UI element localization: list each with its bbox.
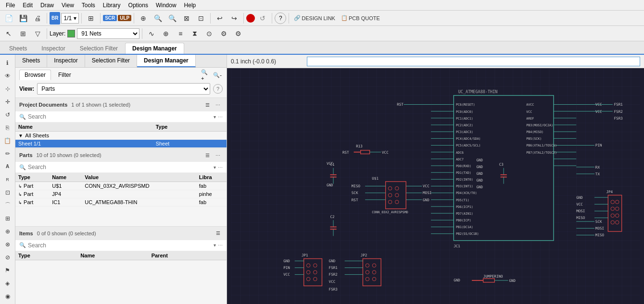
sub-tab-browser[interactable]: Browser xyxy=(19,70,51,80)
print-button[interactable]: 🖨 xyxy=(31,12,44,24)
items-search[interactable] xyxy=(28,242,212,249)
svg-text:PB4(MISO): PB4(MISO) xyxy=(526,130,543,134)
undo-button[interactable]: ↩ xyxy=(213,12,227,24)
settings-tool[interactable]: ⚙ xyxy=(217,27,230,40)
redo-button[interactable]: ↪ xyxy=(227,12,241,24)
panel-tab-inspector[interactable]: Inspector xyxy=(47,55,85,67)
paste-tool[interactable]: 📋 xyxy=(1,134,14,146)
pcb-quote-button[interactable]: 📋 PCB QUOTE xyxy=(339,12,382,24)
docs-list-icon[interactable]: ☰ xyxy=(202,100,212,109)
menu-edit[interactable]: Edit xyxy=(19,1,37,10)
zoom-in-button[interactable]: 🔍 xyxy=(151,12,164,24)
table-row[interactable]: ↳ Part JP4 pinhe xyxy=(15,190,227,198)
tab-sheets[interactable]: Sheets xyxy=(2,43,34,54)
save-button[interactable]: 💾 xyxy=(16,12,30,24)
help-button[interactable]: ? xyxy=(275,12,286,24)
component-tool[interactable]: ⊡ xyxy=(1,186,14,198)
search-docs-opts[interactable]: ⋯ xyxy=(218,114,223,120)
panel-tab-design[interactable]: Design Manager xyxy=(137,55,196,67)
zoom-actual-tool[interactable]: ⊕ xyxy=(159,27,173,40)
zoom-box-button[interactable]: ⊠ xyxy=(180,12,193,24)
misc2-tool[interactable]: ◉ xyxy=(1,290,14,302)
tab-design-manager[interactable]: Design Manager xyxy=(125,43,184,54)
search-items-opts[interactable]: ⋯ xyxy=(218,243,223,248)
items-list-icon[interactable]: ☰ xyxy=(213,229,223,238)
table-row[interactable]: ↳ Part U$1 CONN_03X2_AVRISPSMD fab xyxy=(15,182,227,190)
pin-tool[interactable]: ⊕ xyxy=(1,225,14,237)
table-row[interactable]: ↳ Part IC1 UC_ATMEGA88-THIN fab xyxy=(15,198,227,207)
stop-button[interactable] xyxy=(246,14,255,23)
wire-tool[interactable]: ∿ xyxy=(145,27,158,40)
table-row[interactable]: Sheet 1/1 Sheet xyxy=(15,140,227,148)
flag-tool[interactable]: ⚑ xyxy=(1,264,14,276)
menu-view[interactable]: View xyxy=(58,1,78,10)
info-tool[interactable]: ℹ xyxy=(1,57,14,69)
filter-tool[interactable]: ▽ xyxy=(31,27,44,40)
design-link-button[interactable]: 🔗 DESIGN LINK xyxy=(291,12,338,24)
table-row[interactable]: ▼ All Sheets xyxy=(15,132,227,140)
menu-window[interactable]: Window xyxy=(152,1,180,10)
align-tool[interactable]: ≡ xyxy=(174,27,187,40)
refresh-button[interactable]: ↺ xyxy=(256,12,269,24)
parts-search[interactable] xyxy=(28,164,212,170)
main-tabbar: Sheets Inspector Selection Filter Design… xyxy=(0,41,644,55)
layer-dropdown[interactable]: 91 Nets xyxy=(77,28,139,39)
node-tool[interactable]: ⊹ xyxy=(1,83,14,95)
move-tool[interactable]: ✛ xyxy=(1,96,14,108)
page-arrow[interactable]: ▾ xyxy=(74,15,76,22)
parts-table-container: Type Name Value Libra ↳ Part xyxy=(15,173,227,221)
misc1-tool[interactable]: ◈ xyxy=(1,277,14,289)
zoom-in-panel[interactable]: 🔍+ xyxy=(201,70,211,80)
schematic-svg[interactable]: UC_ATMEGA88-THIN xyxy=(227,68,644,304)
pointer-tool[interactable]: ↖ xyxy=(2,27,15,40)
panel-tab-selection[interactable]: Selection Filter xyxy=(85,55,137,67)
search-parts-opts[interactable]: ⋯ xyxy=(218,165,223,170)
zoom-out-panel[interactable]: 🔍- xyxy=(212,70,223,80)
parts-header: Parts 10 of 10 shown (0 selected) ☰ ⋯ xyxy=(15,148,227,162)
wire-draw-tool[interactable]: ⌒ xyxy=(1,199,14,211)
bus-tool[interactable]: ⊞ xyxy=(1,212,14,224)
project-docs-search[interactable] xyxy=(28,113,212,120)
eagle-icon[interactable]: BR xyxy=(50,12,60,24)
search-parts-dropdown[interactable]: ▾ xyxy=(214,165,216,170)
menu-tools[interactable]: Tools xyxy=(78,1,99,10)
panel-tab-sheets[interactable]: Sheets xyxy=(15,55,47,67)
tab-inspector[interactable]: Inspector xyxy=(34,43,72,54)
resistor-tool[interactable]: R xyxy=(1,173,14,185)
view-help-button[interactable]: ? xyxy=(213,84,223,94)
mirror-tool[interactable]: ⧗ xyxy=(188,27,202,40)
zoom-out-button[interactable]: 🔍 xyxy=(165,12,179,24)
copy-tool[interactable]: ⎘ xyxy=(1,122,14,134)
sub-tab-filter[interactable]: Filter xyxy=(53,70,76,80)
docs-more-icon[interactable]: ⋯ xyxy=(213,100,223,109)
ulp-badge[interactable]: ULP xyxy=(118,15,131,21)
tab-selection-filter[interactable]: Selection Filter xyxy=(73,43,125,54)
rotate-tool[interactable]: ↺ xyxy=(1,109,14,121)
zoom-custom-button[interactable]: ⊡ xyxy=(194,12,208,24)
label-tool[interactable]: ⊘ xyxy=(1,251,14,263)
eye-tool[interactable]: 👁 xyxy=(1,70,14,82)
scr-badge[interactable]: SCR xyxy=(103,15,117,21)
junction-tool[interactable]: ⊗ xyxy=(1,238,14,250)
parts-list-icon[interactable]: ☰ xyxy=(202,150,212,160)
new-button[interactable]: 📄 xyxy=(2,12,15,24)
parts-more-icon[interactable]: ⋯ xyxy=(213,150,223,160)
menu-file[interactable]: File xyxy=(2,1,19,10)
command-input[interactable] xyxy=(307,57,640,66)
search-docs-dropdown[interactable]: ▾ xyxy=(214,114,216,120)
view-dropdown[interactable]: Parts Nets Components xyxy=(37,83,210,95)
menu-draw[interactable]: Draw xyxy=(37,1,58,10)
layers-button[interactable]: ⊞ xyxy=(84,12,98,24)
text-tool[interactable]: A xyxy=(1,160,14,172)
menu-options[interactable]: Options xyxy=(125,1,152,10)
zoom-fit-button[interactable]: ⊕ xyxy=(137,12,150,24)
net-tool[interactable]: ⊙ xyxy=(202,27,216,40)
page-select[interactable]: 1/1 ▾ xyxy=(61,13,79,24)
row-name: Sheet 1/1 xyxy=(15,140,153,148)
grid-tool[interactable]: ⊞ xyxy=(16,27,30,40)
search-items-dropdown[interactable]: ▾ xyxy=(214,243,216,248)
draw-tool[interactable]: ✏ xyxy=(1,147,14,159)
menu-library[interactable]: Library xyxy=(99,1,125,10)
settings2-tool[interactable]: ⚙ xyxy=(231,27,245,40)
menu-help[interactable]: Help xyxy=(180,1,200,10)
